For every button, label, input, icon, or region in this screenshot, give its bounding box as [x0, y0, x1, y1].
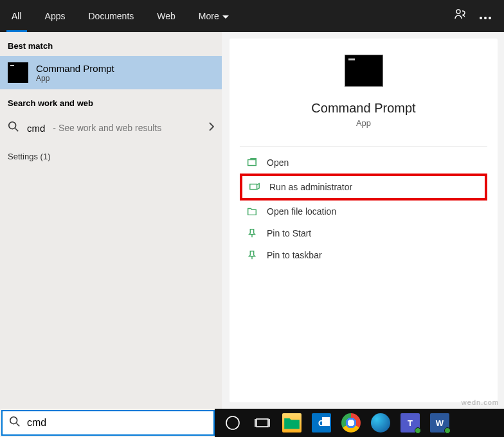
search-tabs-bar: All Apps Documents Web More	[0, 0, 504, 32]
action-open-file-location[interactable]: Open file location	[240, 201, 487, 222]
search-icon	[9, 416, 21, 430]
svg-point-8	[226, 416, 239, 429]
search-tabs: All Apps Documents Web More	[0, 0, 240, 32]
web-search-hint: - See work and web results	[53, 123, 161, 133]
section-search-work-web: Search work and web	[0, 89, 222, 113]
tab-more[interactable]: More	[187, 0, 240, 32]
results-panel: Best match Command Prompt App Search wor…	[0, 32, 222, 409]
command-prompt-large-icon	[345, 55, 383, 87]
preview-panel: Command Prompt App Open Run as administr…	[230, 39, 498, 402]
svg-point-4	[9, 122, 16, 129]
action-run-as-administrator[interactable]: Run as administrator	[240, 174, 487, 201]
web-search-cmd[interactable]: cmd - See work and web results	[0, 113, 222, 143]
footer: O T W	[0, 409, 504, 437]
taskbar: O T W	[215, 409, 504, 437]
command-prompt-icon	[8, 62, 28, 83]
chevron-down-icon	[222, 11, 229, 21]
tab-apps[interactable]: Apps	[33, 0, 77, 32]
more-options-icon[interactable]	[480, 10, 491, 22]
main-content: Best match Command Prompt App Search wor…	[0, 32, 504, 409]
taskbar-teams[interactable]: T	[397, 410, 423, 436]
taskbar-file-explorer[interactable]	[279, 410, 305, 436]
svg-point-7	[10, 417, 17, 424]
action-open[interactable]: Open	[240, 152, 487, 174]
web-search-query: cmd	[27, 123, 45, 134]
cortana-icon[interactable]	[220, 410, 246, 436]
result-text: Command Prompt App	[36, 63, 114, 83]
task-view-icon[interactable]	[249, 410, 275, 436]
svg-rect-6	[250, 184, 257, 190]
chevron-right-icon	[209, 122, 214, 134]
tab-all[interactable]: All	[0, 0, 33, 32]
svg-rect-5	[248, 160, 256, 166]
svg-rect-9	[256, 419, 268, 427]
feedback-icon[interactable]	[454, 8, 467, 24]
action-run-admin-label: Run as administrator	[269, 182, 352, 192]
search-icon	[8, 121, 19, 135]
action-open-label: Open	[267, 157, 289, 168]
folder-icon	[246, 206, 258, 217]
svg-point-0	[456, 10, 460, 13]
action-open-location-label: Open file location	[267, 206, 336, 217]
open-icon	[246, 157, 258, 168]
action-pin-to-start[interactable]: Pin to Start	[240, 222, 487, 244]
preview-title: Command Prompt	[311, 101, 415, 116]
section-best-match: Best match	[0, 32, 222, 56]
result-subtitle: App	[36, 74, 114, 83]
taskbar-word[interactable]: W	[427, 410, 453, 436]
action-pin-taskbar-label: Pin to taskbar	[267, 250, 322, 260]
taskbar-edge[interactable]	[368, 410, 393, 436]
preview-subtitle: App	[356, 118, 371, 128]
search-box[interactable]	[1, 410, 215, 436]
svg-point-3	[489, 17, 491, 19]
preview-actions: Open Run as administrator Open file loca…	[230, 147, 498, 266]
preview-header: Command Prompt App	[230, 39, 498, 128]
search-input[interactable]	[27, 417, 207, 429]
tab-web[interactable]: Web	[145, 0, 187, 32]
pin-start-icon	[246, 227, 258, 239]
action-pin-to-taskbar[interactable]: Pin to taskbar	[240, 244, 487, 266]
topbar-right	[454, 8, 498, 24]
svg-point-2	[484, 17, 487, 19]
pin-taskbar-icon	[246, 249, 258, 261]
svg-point-1	[480, 17, 482, 19]
taskbar-outlook[interactable]: O	[309, 410, 334, 436]
watermark: wedn.com	[462, 398, 499, 406]
section-settings[interactable]: Settings (1)	[0, 143, 222, 166]
tab-more-label: More	[199, 11, 219, 21]
result-title: Command Prompt	[36, 63, 114, 74]
taskbar-chrome[interactable]	[338, 410, 364, 436]
action-pin-start-label: Pin to Start	[267, 228, 311, 238]
result-command-prompt[interactable]: Command Prompt App	[0, 56, 222, 89]
tab-documents[interactable]: Documents	[76, 0, 145, 32]
shield-icon	[249, 181, 260, 193]
